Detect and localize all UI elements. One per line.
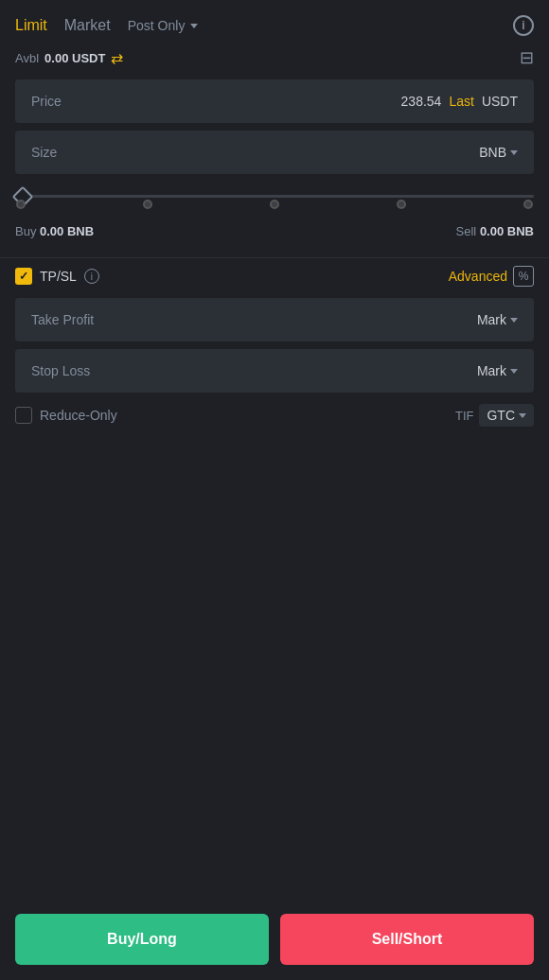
stop-loss-label: Stop Loss	[31, 363, 90, 378]
bottom-spacer	[0, 442, 549, 480]
swap-icon[interactable]: ⇄	[111, 49, 123, 67]
slider-tick-75[interactable]	[397, 200, 406, 209]
avbl-label: Avbl	[15, 51, 39, 65]
take-profit-label: Take Profit	[31, 312, 94, 327]
size-input-group[interactable]: Size BNB	[15, 131, 534, 174]
take-profit-caret-icon	[510, 318, 518, 323]
sell-value: 0.00 BNB	[480, 224, 534, 238]
tif-caret-icon	[519, 413, 526, 418]
slider-tick-100[interactable]	[523, 200, 533, 209]
checkmark-icon: ✓	[19, 270, 28, 283]
position-slider-container	[15, 185, 534, 209]
price-value: 238.54	[401, 94, 442, 109]
take-profit-type-select[interactable]: Mark	[477, 312, 518, 327]
tif-select[interactable]: GTC	[479, 404, 534, 427]
tpsl-row: ✓ TP/SL i Advanced %	[0, 262, 549, 298]
stop-loss-caret-icon	[510, 369, 518, 374]
tpsl-label: TP/SL	[40, 269, 77, 284]
tab-post-only[interactable]: Post Only	[128, 18, 199, 33]
tif-label: TIF	[455, 409, 474, 423]
stop-loss-type: Mark	[477, 363, 506, 378]
slider-tick-0[interactable]	[16, 200, 26, 209]
size-currency-select[interactable]: BNB	[479, 145, 518, 160]
tif-value: GTC	[487, 408, 515, 423]
calculator-icon[interactable]: ⊟	[520, 47, 534, 68]
info-icon[interactable]: i	[513, 15, 534, 36]
buy-value: 0.00 BNB	[40, 224, 94, 238]
take-profit-input-group[interactable]: Take Profit Mark	[15, 298, 534, 341]
tpsl-info-icon[interactable]: i	[84, 269, 99, 284]
reduce-only-checkbox[interactable]	[15, 407, 32, 424]
price-input-group[interactable]: Price 238.54 Last USDT	[15, 79, 534, 123]
slider-ticks	[15, 200, 534, 209]
price-currency: USDT	[482, 94, 518, 109]
advanced-label[interactable]: Advanced	[449, 269, 507, 284]
take-profit-type: Mark	[477, 312, 506, 327]
sell-label: Sell	[456, 224, 477, 238]
size-caret-icon	[510, 150, 518, 155]
buy-sell-summary-row: Buy 0.00 BNB Sell 0.00 BNB	[0, 217, 549, 254]
post-only-caret-icon	[190, 24, 198, 28]
price-label: Price	[31, 94, 62, 109]
size-currency: BNB	[479, 145, 506, 160]
tab-post-only-label: Post Only	[128, 18, 186, 33]
avbl-value: 0.00 USDT	[44, 51, 105, 65]
stop-loss-input-group[interactable]: Stop Loss Mark	[15, 349, 534, 393]
reduce-only-row: Reduce-Only TIF GTC	[0, 400, 549, 442]
percent-icon[interactable]: %	[513, 266, 534, 287]
last-badge: Last	[449, 94, 473, 109]
divider-1	[0, 257, 549, 258]
available-balance-row: Avbl 0.00 USDT ⇄ ⊟	[0, 47, 549, 79]
stop-loss-type-select[interactable]: Mark	[477, 363, 518, 378]
action-buttons-bar: Buy/Long Sell/Short	[0, 899, 549, 980]
tab-market[interactable]: Market	[64, 17, 111, 34]
tab-limit[interactable]: Limit	[15, 17, 47, 34]
tab-bar: Limit Market Post Only i	[0, 0, 549, 47]
position-slider[interactable]	[15, 195, 534, 198]
sell-short-button[interactable]: Sell/Short	[280, 914, 534, 965]
slider-tick-50[interactable]	[270, 200, 279, 209]
size-label: Size	[31, 145, 57, 160]
tpsl-checkbox[interactable]: ✓	[15, 268, 32, 285]
reduce-only-label: Reduce-Only	[40, 408, 117, 423]
buy-label: Buy	[15, 224, 36, 238]
buy-long-button[interactable]: Buy/Long	[15, 914, 269, 965]
slider-tick-25[interactable]	[143, 200, 152, 209]
